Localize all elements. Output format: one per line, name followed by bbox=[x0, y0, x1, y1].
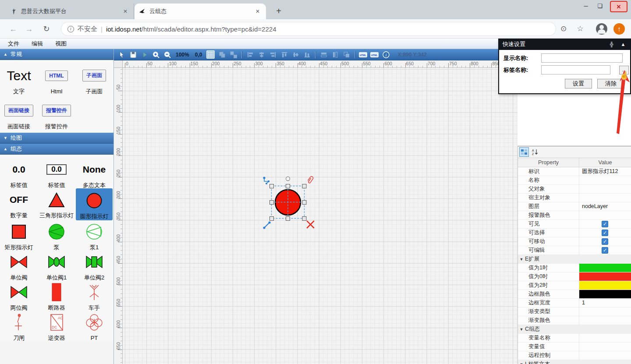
property-row[interactable]: 可见 bbox=[518, 220, 631, 229]
menu-item-2[interactable]: 视图 bbox=[55, 40, 67, 48]
property-value[interactable] bbox=[579, 290, 631, 298]
line-tool-icon[interactable] bbox=[263, 221, 270, 229]
checkbox-checked-icon[interactable] bbox=[602, 221, 608, 227]
profile-avatar-icon[interactable] bbox=[596, 23, 607, 35]
palette-item-text[interactable]: 0.0标签值 bbox=[0, 158, 37, 188]
sort-az-icon[interactable]: AZ bbox=[530, 147, 540, 157]
property-value[interactable] bbox=[579, 194, 631, 202]
forward-icon[interactable]: → bbox=[23, 23, 35, 35]
delete-tool-icon[interactable] bbox=[307, 221, 314, 228]
palette-item-knife[interactable]: 刀闸 bbox=[0, 311, 37, 341]
property-row[interactable]: 边框宽度1 bbox=[518, 299, 631, 307]
palette-item-handcart[interactable]: 车手 bbox=[76, 281, 113, 311]
reload-icon[interactable]: ↻ bbox=[40, 23, 53, 35]
save-icon[interactable] bbox=[129, 50, 137, 59]
palette-item-text-box[interactable]: 0.0标签值 bbox=[38, 158, 75, 188]
info-icon[interactable]: i bbox=[382, 50, 390, 59]
property-row[interactable]: 可选择 bbox=[518, 229, 631, 237]
palette-item-text[interactable]: None多态文本 bbox=[76, 158, 113, 188]
color-swatch[interactable] bbox=[579, 290, 631, 298]
palette-item-circle[interactable]: 圆形指示灯 bbox=[76, 188, 113, 220]
menu-item-0[interactable]: 文件 bbox=[8, 40, 19, 48]
palette-item-button[interactable]: 报警控件报警控件 bbox=[38, 99, 75, 130]
palette-item-button[interactable]: 画面链接画面链接 bbox=[0, 99, 37, 130]
palette-item-text[interactable]: OFF数字量 bbox=[0, 188, 37, 220]
property-row[interactable]: 可移动 bbox=[518, 237, 631, 246]
tab-editor[interactable]: 云组态 bbox=[135, 4, 266, 19]
collapse-icon[interactable] bbox=[518, 257, 525, 262]
property-value[interactable] bbox=[579, 264, 631, 272]
collapse-icon[interactable] bbox=[518, 327, 525, 332]
tag-name-input[interactable] bbox=[541, 65, 610, 74]
property-value[interactable] bbox=[579, 211, 631, 219]
palette-item-valve2[interactable]: 单位阀2 bbox=[76, 251, 113, 281]
tab-close-icon[interactable] bbox=[254, 7, 262, 15]
checkbox-checked-icon[interactable] bbox=[602, 230, 608, 236]
bookmark-star-icon[interactable]: ☆ bbox=[574, 23, 586, 35]
property-row[interactable]: 值为2时 bbox=[518, 281, 631, 290]
rotate-handle[interactable] bbox=[286, 177, 290, 181]
palette-item-valve[interactable]: 单位阀 bbox=[0, 251, 37, 281]
palette-item-square[interactable]: 矩形指示灯 bbox=[0, 220, 37, 251]
checkbox-checked-icon[interactable] bbox=[602, 247, 608, 254]
connect-tool-icon[interactable] bbox=[263, 177, 269, 184]
quick-settings-header[interactable]: 快速设置 bbox=[498, 39, 631, 50]
collapse-panel-icon[interactable] bbox=[620, 42, 627, 47]
zoom-out-icon[interactable] bbox=[163, 50, 171, 59]
palette-item-pump1[interactable]: 泵1 bbox=[76, 220, 113, 251]
property-row[interactable]: 值为1时 bbox=[518, 264, 631, 272]
property-row[interactable]: 值为0时 bbox=[518, 272, 631, 281]
back-icon[interactable]: ← bbox=[7, 23, 19, 35]
property-row[interactable]: 可编辑 bbox=[518, 246, 631, 255]
palette-item-button[interactable]: HTMLHtml bbox=[38, 64, 75, 95]
palette-section-drawing[interactable]: 绘图 bbox=[0, 133, 113, 144]
property-value[interactable]: nodeLayer bbox=[579, 202, 631, 211]
property-value[interactable] bbox=[579, 281, 631, 290]
property-row[interactable]: 边框颜色 bbox=[518, 290, 631, 299]
color-swatch[interactable] bbox=[579, 264, 631, 272]
property-row[interactable]: 标识圆形指示灯112 bbox=[518, 167, 631, 176]
property-value[interactable]: 1 bbox=[579, 299, 631, 307]
property-row[interactable]: 渐变类型 bbox=[518, 307, 631, 316]
palette-item-pump[interactable]: 泵 bbox=[38, 220, 75, 251]
attach-tool-icon[interactable] bbox=[307, 176, 314, 183]
property-row[interactable]: 变量名称 bbox=[518, 334, 631, 343]
palette-item-breaker[interactable]: 断路器 bbox=[38, 281, 75, 311]
property-row[interactable]: 父对象 bbox=[518, 185, 631, 194]
window-close-button[interactable] bbox=[610, 1, 627, 12]
window-restore-button[interactable] bbox=[592, 1, 607, 12]
checkbox-checked-icon[interactable] bbox=[602, 238, 608, 245]
tab-close-icon[interactable] bbox=[121, 7, 129, 15]
property-value[interactable] bbox=[579, 351, 631, 360]
palette-item-pt[interactable]: PT bbox=[76, 311, 113, 341]
grid-toggle-icon[interactable] bbox=[206, 50, 215, 59]
property-value[interactable]: 圆形指示灯112 bbox=[579, 167, 631, 176]
categorize-icon[interactable] bbox=[519, 147, 529, 157]
menu-item-1[interactable]: 编辑 bbox=[32, 40, 43, 48]
property-value[interactable] bbox=[579, 229, 631, 237]
property-value[interactable] bbox=[579, 334, 631, 342]
property-value[interactable] bbox=[579, 176, 631, 184]
display-name-input[interactable] bbox=[541, 53, 623, 63]
set-button[interactable]: 设置 bbox=[565, 79, 592, 88]
url-bar[interactable]: 不安全 | iot.idosp.net/html/scada/editor.as… bbox=[61, 22, 556, 35]
collapse-icon[interactable] bbox=[518, 362, 525, 364]
preview-html-icon[interactable]: HTML bbox=[370, 50, 379, 59]
palette-item-text[interactable]: Text文字 bbox=[0, 64, 37, 95]
palette-item-inverter[interactable]: ACDC逆变器 bbox=[38, 311, 75, 341]
design-canvas[interactable] bbox=[123, 68, 518, 364]
palette-section-scada[interactable]: 组态 bbox=[0, 144, 113, 155]
property-value[interactable] bbox=[579, 237, 631, 246]
palette-section-general[interactable]: 常规 bbox=[0, 49, 113, 60]
window-minimize-button[interactable] bbox=[578, 1, 593, 12]
property-group-row[interactable]: L标签文本 bbox=[518, 360, 631, 364]
browser-update-icon[interactable] bbox=[613, 23, 625, 35]
property-group-row[interactable]: C组态 bbox=[518, 325, 631, 334]
property-value[interactable] bbox=[579, 272, 631, 281]
palette-item-button[interactable]: 子画面子画面 bbox=[76, 64, 113, 95]
property-value[interactable] bbox=[579, 343, 631, 351]
page-info-icon[interactable] bbox=[67, 26, 74, 32]
browser-zoom-icon[interactable]: ⊙ bbox=[557, 23, 570, 35]
zoom-in-icon[interactable] bbox=[152, 50, 160, 59]
property-row[interactable]: 渐变颜色 bbox=[518, 316, 631, 325]
